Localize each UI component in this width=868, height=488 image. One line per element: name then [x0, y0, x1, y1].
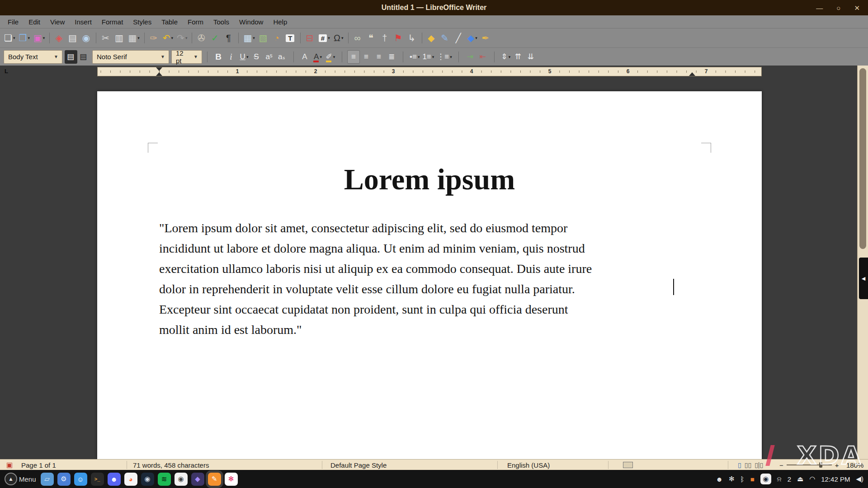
print-preview-icon[interactable]: ◉: [80, 31, 93, 45]
settings-icon[interactable]: ⚙: [57, 473, 71, 486]
edit-mode-icon[interactable]: ✎: [439, 31, 452, 45]
scrollbar-thumb[interactable]: [859, 68, 866, 249]
writer-icon[interactable]: ✎: [208, 473, 221, 486]
horizontal-ruler[interactable]: 1234567: [97, 67, 762, 76]
minimize-button[interactable]: —: [816, 5, 823, 11]
single-page-view-icon[interactable]: ▯: [738, 461, 741, 469]
screenshot-icon[interactable]: ◉: [175, 473, 188, 486]
menu-item[interactable]: Format: [97, 15, 128, 28]
page-style-status[interactable]: Default Page Style: [330, 460, 387, 470]
tab-stop-indicator[interactable]: L: [5, 68, 8, 75]
find-replace-icon[interactable]: ✇: [195, 31, 208, 45]
menu-item[interactable]: File: [3, 15, 24, 28]
italic-icon[interactable]: i: [225, 50, 238, 64]
terminal-icon[interactable]: >_: [91, 473, 104, 486]
multi-page-view-icon[interactable]: ▯▯: [745, 461, 751, 469]
first-line-indent-marker[interactable]: [156, 67, 162, 71]
steam-tray-icon[interactable]: ◉: [760, 474, 771, 484]
document-paragraph[interactable]: "Lorem ipsum dolor sit amet, consectetur…: [159, 218, 697, 340]
paragraph-style-combo[interactable]: Body Text ▼: [4, 50, 62, 64]
paste-icon[interactable]: ▦▾: [126, 31, 141, 45]
finder-icon[interactable]: ☺: [74, 473, 87, 486]
document-text-line[interactable]: mollit anim id est laborum.": [159, 319, 697, 340]
new-document-icon[interactable]: ❏▾: [2, 31, 17, 45]
outline-list-icon[interactable]: ⋮≡▾: [435, 50, 453, 64]
document-page[interactable]: Lorem ipsum "Lorem ipsum dolor sit amet,…: [97, 91, 762, 459]
align-center-icon[interactable]: ≡: [360, 50, 373, 64]
update-style-icon[interactable]: ▤: [65, 50, 77, 64]
right-indent-marker[interactable]: [689, 72, 695, 76]
unordered-list-icon[interactable]: •≡▾: [408, 50, 421, 64]
zoom-out-button[interactable]: −: [779, 461, 783, 469]
copy-icon[interactable]: ▥: [113, 31, 126, 45]
save-icon[interactable]: ▣▾: [32, 31, 47, 45]
draw-functions-icon[interactable]: ◆: [425, 31, 439, 45]
align-left-icon[interactable]: ≡: [347, 50, 360, 64]
bluetooth-icon[interactable]: ᛒ: [741, 475, 745, 483]
line-spacing-icon[interactable]: ⇕▾: [500, 50, 512, 64]
discord-tray-icon[interactable]: ☻: [716, 475, 723, 483]
insert-chart-icon[interactable]: ◔: [270, 31, 284, 45]
menu-item[interactable]: Table: [156, 15, 183, 28]
clone-formatting-icon[interactable]: ✑: [147, 31, 161, 45]
obsidian-icon[interactable]: ◆: [191, 473, 204, 486]
discord-icon[interactable]: ☻: [108, 473, 121, 486]
start-menu-button[interactable]: ▲ Menu: [5, 473, 36, 485]
left-indent-marker[interactable]: [156, 72, 162, 76]
insert-cross-reference-icon[interactable]: ↳: [406, 31, 419, 45]
close-button[interactable]: ✕: [854, 5, 860, 11]
insert-table-icon[interactable]: ▦▾: [241, 31, 256, 45]
word-count-status[interactable]: 71 words, 458 characters: [133, 460, 209, 470]
slack-icon[interactable]: ✻: [225, 473, 238, 486]
document-heading[interactable]: Lorem ipsum: [97, 159, 762, 200]
page-count-status[interactable]: Page 1 of 1: [21, 460, 56, 470]
freeform-line-icon[interactable]: ✒: [479, 31, 493, 45]
highlight-color-icon[interactable]: ✐▾: [324, 50, 337, 64]
insert-line-icon[interactable]: ╱: [452, 31, 466, 45]
special-character-icon[interactable]: Ω▾: [332, 31, 345, 45]
insert-field-icon[interactable]: #▾: [317, 31, 332, 45]
insert-image-icon[interactable]: ▧: [257, 31, 270, 45]
package-icon[interactable]: ■: [750, 475, 755, 483]
basic-shapes-icon[interactable]: ◆▾: [466, 31, 479, 45]
font-size-combo[interactable]: 12 pt ▼: [171, 50, 202, 64]
firefox-icon[interactable]: ◕: [124, 473, 137, 486]
menu-item[interactable]: Insert: [70, 15, 97, 28]
page-break-icon[interactable]: ⊟: [303, 31, 317, 45]
cut-icon[interactable]: ✂: [99, 31, 113, 45]
menu-item[interactable]: Tools: [208, 15, 234, 28]
slack-tray-icon[interactable]: ✻: [729, 475, 735, 483]
insert-bookmark-icon[interactable]: ⚑: [392, 31, 406, 45]
bold-icon[interactable]: B: [212, 50, 225, 64]
menu-item[interactable]: View: [45, 15, 70, 28]
book-view-icon[interactable]: ▯|▯: [755, 461, 763, 469]
document-text-line[interactable]: Excepteur sint occaecat cupidatat non pr…: [159, 299, 697, 319]
export-pdf-icon[interactable]: ◈: [52, 31, 66, 45]
open-icon[interactable]: ❒▾: [17, 31, 31, 45]
superscript-icon[interactable]: aˢ: [263, 50, 276, 64]
maximize-button[interactable]: ○: [836, 5, 840, 11]
document-text-line[interactable]: dolor in reprehenderit in voluptate veli…: [159, 279, 697, 299]
clock[interactable]: 12:42 PM: [821, 475, 850, 483]
insert-textbox-icon[interactable]: T: [284, 31, 297, 45]
eject-icon[interactable]: ⏏: [797, 475, 803, 483]
increase-indent-icon[interactable]: ⇥: [464, 50, 476, 64]
insert-footnote-icon[interactable]: †: [378, 31, 392, 45]
align-justify-icon[interactable]: ≣: [385, 50, 398, 64]
insert-comment-icon[interactable]: ❝: [365, 31, 378, 45]
language-status[interactable]: English (USA): [507, 460, 550, 470]
sidebar-toggle-button[interactable]: ◀: [859, 258, 868, 299]
para-space-increase-icon[interactable]: ⇈: [512, 50, 525, 64]
document-text-line[interactable]: incididunt ut labore et dolore magna ali…: [159, 238, 697, 258]
font-color-icon[interactable]: A▾: [311, 50, 324, 64]
subscript-icon[interactable]: aₛ: [276, 50, 288, 64]
insert-mode-indicator[interactable]: [623, 460, 633, 470]
align-right-icon[interactable]: ≡: [373, 50, 385, 64]
document-text-line[interactable]: exercitation ullamco laboris nisi ut ali…: [159, 258, 697, 279]
spotify-icon[interactable]: ≋: [158, 473, 171, 486]
chevron-down-icon[interactable]: ▼: [190, 51, 202, 63]
undo-icon[interactable]: ↶▾: [161, 31, 175, 45]
insert-hyperlink-icon[interactable]: ∞: [351, 31, 365, 45]
steam-icon[interactable]: ◉: [141, 473, 154, 486]
spelling-icon[interactable]: ✓: [208, 31, 222, 45]
